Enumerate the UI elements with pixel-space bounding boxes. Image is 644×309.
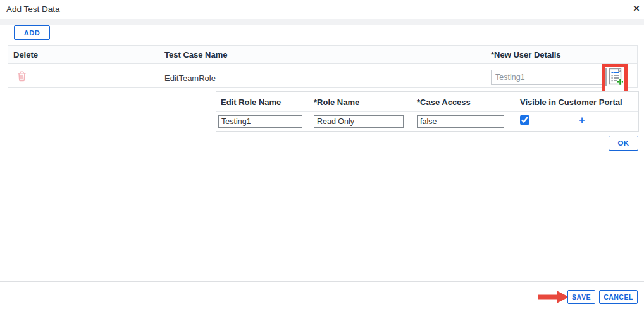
column-header-delete: Delete bbox=[13, 50, 38, 60]
column-header-new-user-details: *New User Details bbox=[491, 50, 561, 60]
titlebar-divider bbox=[0, 19, 644, 25]
new-user-details-input[interactable] bbox=[491, 70, 604, 85]
column-header-visible-in-customer-portal: Visible in Customer Portal bbox=[520, 98, 622, 107]
plus-icon[interactable]: + bbox=[574, 113, 590, 128]
open-user-details-button[interactable] bbox=[604, 66, 626, 89]
test-data-table: Delete Test Case Name *New User Details … bbox=[8, 45, 638, 88]
column-header-test-case-name: Test Case Name bbox=[164, 50, 227, 60]
dialog-titlebar: Add Test Data ✕ bbox=[0, 0, 644, 19]
case-access-input[interactable] bbox=[417, 115, 504, 128]
edit-role-name-input[interactable] bbox=[218, 115, 302, 128]
column-header-case-access: *Case Access bbox=[417, 98, 471, 107]
annotation-arrow bbox=[536, 288, 571, 308]
role-details-header-row: Edit Role Name *Role Name *Case Access V… bbox=[216, 92, 638, 112]
trash-icon bbox=[17, 74, 27, 84]
delete-row-button[interactable] bbox=[16, 71, 27, 83]
ok-button[interactable]: OK bbox=[609, 136, 638, 151]
save-button[interactable]: SAVE bbox=[567, 290, 595, 304]
role-name-input[interactable] bbox=[314, 115, 404, 128]
test-case-name-cell: EditTeamRole bbox=[164, 73, 216, 83]
column-header-edit-role-name: Edit Role Name bbox=[221, 98, 281, 107]
table-header-row: Delete Test Case Name *New User Details bbox=[8, 46, 637, 64]
close-icon[interactable]: ✕ bbox=[630, 3, 643, 15]
column-header-role-name: *Role Name bbox=[314, 98, 359, 107]
cancel-button[interactable]: CANCEL bbox=[599, 290, 638, 304]
visible-in-customer-portal-checkbox[interactable] bbox=[520, 115, 529, 125]
add-button[interactable]: ADD bbox=[14, 25, 50, 40]
dialog-title: Add Test Data bbox=[6, 4, 60, 14]
role-details-panel: Edit Role Name *Role Name *Case Access V… bbox=[216, 91, 639, 132]
footer-divider bbox=[0, 281, 644, 282]
